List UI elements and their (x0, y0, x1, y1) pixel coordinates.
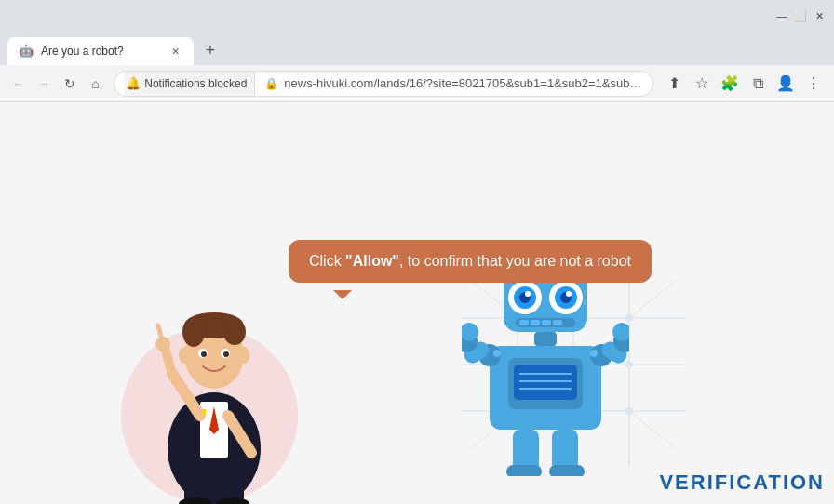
page-content: Click "Allow", to confirm that you are n… (0, 102, 834, 504)
svg-point-55 (566, 291, 572, 297)
svg-line-42 (629, 281, 676, 318)
svg-rect-79 (549, 465, 585, 476)
svg-rect-58 (531, 320, 540, 325)
menu-button[interactable]: ⋮ (800, 71, 827, 97)
svg-rect-78 (506, 465, 542, 476)
svg-point-22 (223, 351, 229, 357)
profile-button[interactable]: 👤 (773, 71, 799, 97)
split-view-button[interactable]: ⧉ (745, 71, 771, 97)
svg-line-12 (158, 325, 161, 337)
svg-point-23 (179, 347, 190, 364)
tab-favicon: 🤖 (19, 44, 34, 59)
forward-button[interactable]: → (34, 71, 56, 97)
notifications-blocked-label: Notifications blocked (144, 77, 247, 90)
extensions-button[interactable]: 🧩 (717, 71, 743, 97)
svg-rect-59 (542, 320, 551, 325)
new-tab-button[interactable]: + (197, 37, 223, 63)
bookmark-button[interactable]: ☆ (689, 71, 715, 97)
address-box[interactable]: 🔔 Notifications blocked 🔒 news-hivuki.co… (114, 71, 653, 97)
chrome-window: — ⬜ ✕ 🤖 Are you a robot? ✕ + ← → ↻ ⌂ 🔔 N… (0, 0, 834, 504)
close-button[interactable]: ✕ (812, 8, 827, 23)
tabs-bar: 🤖 Are you a robot? ✕ + (0, 32, 834, 65)
minimize-button[interactable]: — (774, 8, 789, 23)
svg-point-17 (182, 317, 205, 347)
refresh-button[interactable]: ↻ (59, 71, 81, 97)
notification-bell-icon: 🔔 (126, 76, 141, 90)
active-tab[interactable]: 🤖 Are you a robot? ✕ (7, 37, 194, 65)
svg-point-54 (525, 291, 531, 297)
restore-button[interactable]: ⬜ (793, 8, 808, 23)
svg-point-81 (590, 350, 598, 357)
url-text: news-hivuki.com/lands/16/?site=8021705&s… (284, 76, 643, 90)
svg-rect-60 (553, 320, 562, 325)
svg-rect-57 (519, 320, 529, 325)
title-bar: — ⬜ ✕ (0, 0, 834, 32)
window-controls: — ⬜ ✕ (774, 8, 827, 23)
speech-bubble: Click "Allow", to confirm that you are n… (289, 240, 652, 283)
share-button[interactable]: ⬆ (661, 71, 687, 97)
tab-title: Are you a robot? (41, 45, 160, 58)
back-button[interactable]: ← (7, 71, 30, 97)
notifications-blocked-area[interactable]: 🔔 Notifications blocked (124, 72, 255, 96)
tab-close-button[interactable]: ✕ (168, 44, 182, 59)
address-bar: ← → ↻ ⌂ 🔔 Notifications blocked 🔒 news-h… (0, 65, 834, 102)
verification-label: VERIFICATION (659, 471, 825, 495)
svg-point-21 (201, 351, 207, 357)
toolbar-right: ⬆ ☆ 🧩 ⧉ 👤 ⋮ (661, 71, 827, 97)
home-button[interactable]: ⌂ (85, 71, 107, 97)
svg-point-80 (493, 350, 501, 357)
speech-bubble-text: Click "Allow", to confirm that you are n… (309, 253, 631, 269)
svg-point-24 (238, 347, 249, 364)
svg-rect-61 (534, 332, 557, 346)
allow-text: "Allow" (345, 253, 399, 269)
lock-icon: 🔒 (264, 77, 278, 90)
svg-line-10 (166, 351, 172, 374)
svg-point-11 (155, 337, 170, 351)
svg-line-44 (629, 411, 676, 448)
person-figure (121, 188, 307, 504)
svg-point-18 (223, 319, 246, 345)
